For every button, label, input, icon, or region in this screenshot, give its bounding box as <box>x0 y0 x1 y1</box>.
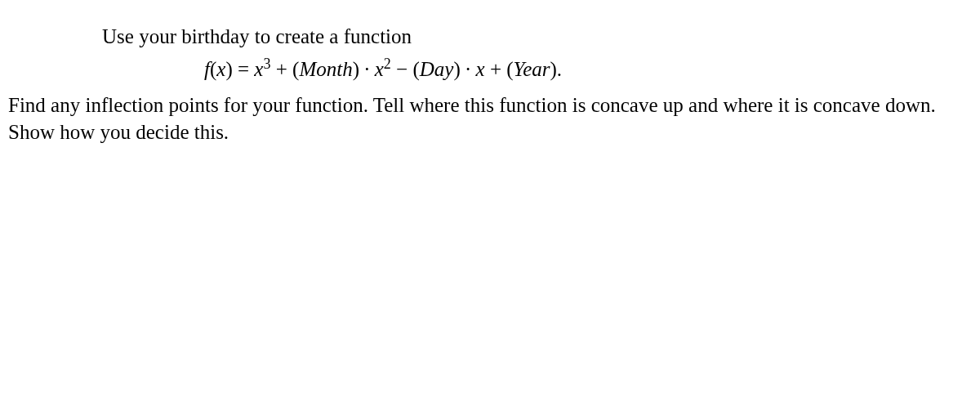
eq-lhs-var: x <box>216 58 225 80</box>
eq-month-rest: onth <box>316 58 352 80</box>
eq-term2-exp: 2 <box>384 55 391 71</box>
eq-term1-var: x <box>254 58 263 80</box>
eq-day-rest: ay <box>434 58 454 80</box>
eq-plus1: + ( <box>270 58 299 80</box>
eq-minus: − ( <box>391 58 420 80</box>
eq-close2: ) · <box>453 58 475 80</box>
equation: f(x) = x3 + (Month) · x2 − (Day) · x + (… <box>204 58 562 80</box>
eq-month-M: M <box>299 58 316 80</box>
eq-close1: ) · <box>353 58 375 80</box>
equation-line: f(x) = x3 + (Month) · x2 − (Day) · x + (… <box>204 56 972 83</box>
eq-plus2: + ( <box>485 58 514 80</box>
eq-year-rest: ear <box>523 58 550 80</box>
intro-line: Use your birthday to create a function <box>102 23 972 51</box>
document-body: Use your birthday to create a function f… <box>0 0 980 154</box>
instruction-paragraph: Find any inflection points for your func… <box>8 92 972 147</box>
eq-lhs-f: f <box>204 58 210 80</box>
eq-close3: ). <box>550 58 563 80</box>
eq-term3-var: x <box>476 58 485 80</box>
eq-equals: = <box>233 58 255 80</box>
eq-lhs-close: ) <box>225 58 232 80</box>
eq-day-D: D <box>420 58 434 80</box>
eq-term2-var: x <box>375 58 384 80</box>
eq-year-Y: Y <box>514 58 523 80</box>
